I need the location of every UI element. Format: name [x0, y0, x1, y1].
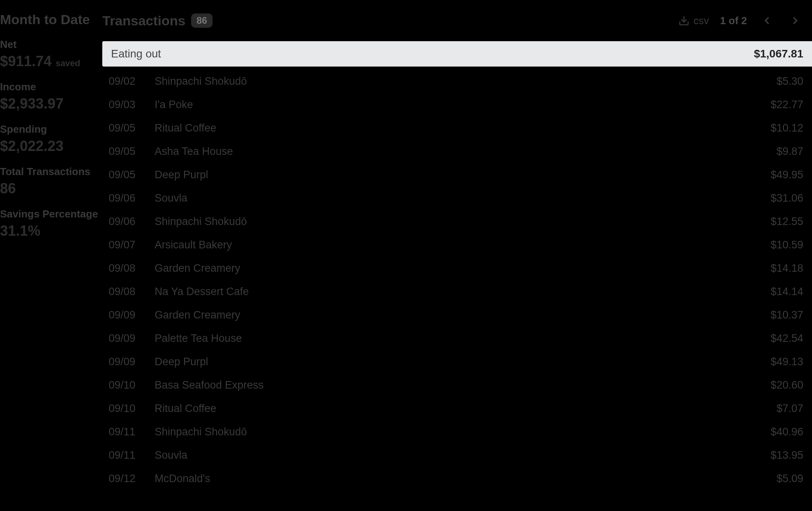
transaction-row[interactable]: 09/03I'a Poke$22.77 [102, 93, 812, 116]
transaction-amount: $20.60 [748, 379, 803, 391]
transaction-row[interactable]: 09/06Souvla$31.06 [102, 187, 812, 210]
next-page-button[interactable] [787, 12, 804, 29]
transaction-merchant: Deep Purpl [155, 169, 748, 181]
transaction-merchant: Shinpachi Shokudō [155, 75, 748, 88]
prev-page-button[interactable] [758, 12, 776, 29]
transaction-merchant: Souvla [155, 192, 748, 204]
stat-block: Savings Percentage31.1% [0, 208, 102, 239]
transaction-row[interactable]: 09/09Garden Creamery$10.37 [102, 303, 812, 327]
transaction-amount: $31.06 [748, 192, 803, 204]
transaction-merchant: Shinpachi Shokudō [155, 426, 748, 438]
transaction-row[interactable]: 09/09Deep Purpl$49.13 [102, 350, 812, 374]
title-wrap: Transactions 86 [102, 13, 213, 29]
transaction-merchant: Na Ya Dessert Cafe [155, 286, 748, 298]
transaction-date: 09/10 [109, 402, 155, 415]
csv-label: csv [693, 15, 709, 27]
main-header: Transactions 86 csv 1 of 2 [102, 12, 812, 41]
summary-sidebar: Month to Date Net$911.74savedIncome$2,93… [0, 0, 102, 511]
transaction-amount: $14.18 [748, 262, 803, 275]
transaction-row[interactable]: 09/05Ritual Coffee$10.12 [102, 116, 812, 140]
transaction-amount: $10.37 [748, 309, 803, 321]
transaction-date: 09/06 [109, 192, 155, 204]
transaction-amount: $42.54 [748, 332, 803, 345]
transaction-date: 09/03 [109, 99, 155, 111]
stat-block: Income$2,933.97 [0, 81, 102, 112]
transaction-row[interactable]: 09/05Deep Purpl$49.95 [102, 163, 812, 187]
transaction-date: 09/06 [109, 215, 155, 228]
transaction-row[interactable]: 09/07Arsicault Bakery$10.59 [102, 233, 812, 257]
stat-value-number: 31.1% [0, 223, 40, 239]
main-panel: Transactions 86 csv 1 of 2 [102, 0, 812, 511]
transaction-row[interactable]: 09/11Souvla$13.95 [102, 444, 812, 467]
stat-suffix: saved [56, 58, 80, 69]
transaction-amount: $9.87 [748, 145, 803, 158]
transaction-merchant: Ritual Coffee [155, 122, 748, 134]
category-name: Eating out [111, 48, 161, 60]
header-controls: csv 1 of 2 [678, 12, 804, 29]
transaction-amount: $5.09 [748, 473, 803, 485]
transaction-date: 09/09 [109, 356, 155, 368]
transaction-row[interactable]: 09/12McDonald's$5.09 [102, 467, 812, 490]
transaction-amount: $13.95 [748, 449, 803, 461]
transaction-amount: $14.14 [748, 286, 803, 298]
transaction-merchant: Basa Seafood Express [155, 379, 748, 391]
stat-value-number: $911.74 [0, 53, 52, 70]
stat-value: $911.74saved [0, 53, 102, 70]
transaction-row[interactable]: 09/02Shinpachi Shokudō$5.30 [102, 70, 812, 93]
export-csv-button[interactable]: csv [678, 15, 709, 27]
transaction-merchant: Souvla [155, 449, 748, 461]
transaction-merchant: I'a Poke [155, 99, 748, 111]
transaction-row[interactable]: 09/08Garden Creamery$14.18 [102, 257, 812, 280]
transaction-row[interactable]: 09/06Shinpachi Shokudō$12.55 [102, 210, 812, 233]
transaction-merchant: Palette Tea House [155, 332, 748, 345]
download-icon [678, 15, 689, 26]
transaction-date: 09/11 [109, 449, 155, 461]
stat-block: Spending$2,022.23 [0, 123, 102, 154]
stat-label: Net [0, 38, 102, 51]
chevron-right-icon [790, 15, 801, 26]
transaction-merchant: Garden Creamery [155, 262, 748, 275]
transaction-date: 09/12 [109, 473, 155, 485]
stat-block: Total Transactions86 [0, 166, 102, 197]
transaction-row[interactable]: 09/10Basa Seafood Express$20.60 [102, 374, 812, 397]
stat-value-number: 86 [0, 180, 16, 197]
stat-label: Total Transactions [0, 166, 102, 178]
transaction-date: 09/11 [109, 426, 155, 438]
transaction-date: 09/08 [109, 262, 155, 275]
transaction-list: 09/02Shinpachi Shokudō$5.3009/03I'a Poke… [102, 67, 812, 490]
transaction-date: 09/10 [109, 379, 155, 391]
transaction-merchant: Ritual Coffee [155, 402, 748, 415]
transaction-row[interactable]: 09/05Asha Tea House$9.87 [102, 140, 812, 163]
transaction-date: 09/07 [109, 239, 155, 251]
transaction-row[interactable]: 09/08Na Ya Dessert Cafe$14.14 [102, 280, 812, 303]
stat-value: 86 [0, 180, 102, 197]
stat-label: Spending [0, 123, 102, 135]
transaction-merchant: McDonald's [155, 473, 748, 485]
chevron-left-icon [761, 15, 772, 26]
transaction-merchant: Deep Purpl [155, 356, 748, 368]
stat-value: $2,933.97 [0, 95, 102, 112]
transaction-row[interactable]: 09/11Shinpachi Shokudō$40.96 [102, 420, 812, 444]
transaction-merchant: Garden Creamery [155, 309, 748, 321]
transaction-row[interactable]: 09/10Ritual Coffee$7.07 [102, 397, 812, 420]
stat-value: 31.1% [0, 223, 102, 239]
transaction-amount: $22.77 [748, 99, 803, 111]
transaction-row[interactable]: 09/09Palette Tea House$42.54 [102, 327, 812, 350]
stat-value-number: $2,933.97 [0, 95, 63, 112]
category-total: $1,067.81 [754, 48, 803, 60]
transaction-date: 09/05 [109, 169, 155, 181]
transaction-amount: $7.07 [748, 402, 803, 415]
stat-label: Savings Percentage [0, 208, 102, 220]
transaction-date: 09/08 [109, 286, 155, 298]
transaction-amount: $49.95 [748, 169, 803, 181]
stat-label: Income [0, 81, 102, 93]
transaction-amount: $5.30 [748, 75, 803, 88]
transactions-count-badge: 86 [191, 13, 213, 28]
category-header[interactable]: Eating out $1,067.81 [102, 41, 812, 67]
transactions-title: Transactions [102, 13, 186, 29]
transaction-amount: $12.55 [748, 215, 803, 228]
page-indicator: 1 of 2 [720, 15, 747, 27]
transaction-date: 09/02 [109, 75, 155, 88]
transaction-merchant: Shinpachi Shokudō [155, 215, 748, 228]
transaction-amount: $40.96 [748, 426, 803, 438]
